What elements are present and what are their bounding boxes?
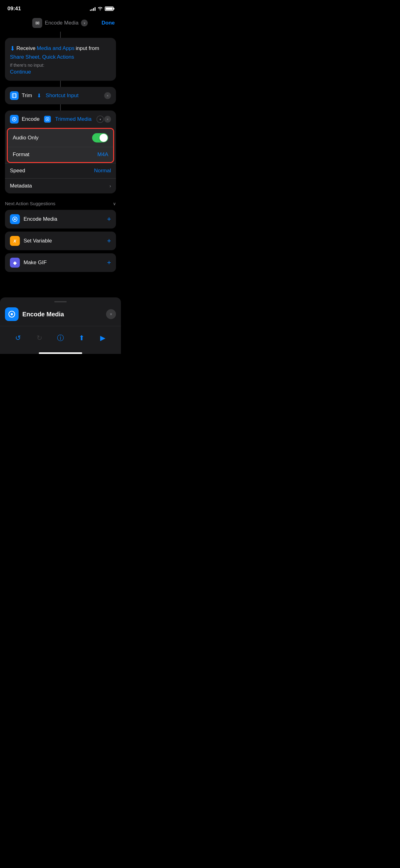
status-time: 09:41 — [7, 6, 21, 12]
svg-point-6 — [47, 119, 48, 120]
make-gif-add-button[interactable]: + — [107, 258, 111, 267]
speed-row[interactable]: Speed Normal — [5, 163, 116, 178]
connector-line — [60, 32, 61, 38]
audio-only-toggle[interactable] — [92, 133, 108, 143]
svg-point-8 — [14, 218, 15, 220]
receive-input-from: input from — [76, 44, 99, 53]
nav-icon-wrapper: ✉ — [32, 18, 42, 28]
suggestion-set-variable[interactable]: x Set Variable + — [5, 231, 116, 250]
bottom-sheet: Encode Media × ↺ ↻ ⓘ ⬆ ▶ — [0, 298, 121, 354]
trim-icon-small: ⬇ — [37, 93, 41, 99]
undo-button[interactable]: ↺ — [11, 331, 25, 345]
done-button[interactable]: Done — [102, 20, 115, 26]
encode-media-suggestion-icon — [10, 214, 20, 224]
suggestion-left-gif: ◆ Make GIF — [10, 258, 47, 268]
encode-media-label[interactable]: Trimmed Media — [55, 116, 92, 122]
svg-point-10 — [10, 313, 13, 315]
encode-icon — [10, 115, 19, 124]
svg-rect-0 — [12, 94, 16, 98]
encode-action-label: Encode — [22, 116, 40, 122]
audio-only-row: Audio Only — [8, 129, 113, 147]
nav-chevron-icon[interactable]: ▾ — [81, 20, 88, 26]
trim-close-button[interactable]: × — [104, 92, 111, 99]
signal-icon — [90, 6, 96, 11]
battery-icon — [105, 6, 113, 11]
sheet-header: Encode Media × — [0, 307, 121, 326]
info-button[interactable]: ⓘ — [54, 331, 67, 345]
receive-input-type[interactable]: Media and Apps — [37, 44, 74, 53]
suggestion-make-gif[interactable]: ◆ Make GIF + — [5, 253, 116, 272]
speed-label: Speed — [10, 168, 25, 174]
status-bar: 09:41 — [0, 0, 121, 16]
format-value: M4A — [97, 152, 108, 158]
trim-input-label[interactable]: Shortcut Input — [45, 93, 78, 99]
suggestions-header: Next Action Suggestions ∨ — [5, 201, 116, 206]
make-gif-suggestion-icon: ◆ — [10, 258, 20, 268]
encode-chevron-icon[interactable]: ▾ — [96, 116, 104, 123]
wifi-icon — [97, 6, 103, 11]
receive-row: ⬇ Receive Media and Apps input from — [10, 43, 111, 53]
sheet-drag-handle[interactable] — [54, 301, 67, 302]
metadata-chevron-icon: › — [109, 183, 111, 188]
trim-title: Trim — [22, 93, 32, 99]
sheet-header-left: Encode Media — [5, 307, 64, 321]
toggle-thumb — [100, 134, 108, 142]
suggestion-encode-media[interactable]: Encode Media + — [5, 210, 116, 228]
suggestions-chevron-icon[interactable]: ∨ — [113, 201, 116, 206]
metadata-label: Metadata — [10, 183, 32, 189]
receive-action-label: Receive — [16, 44, 35, 53]
encode-header-left: Encode Trimmed Media ▾ — [10, 115, 104, 124]
connector-line-3 — [60, 104, 61, 111]
make-gif-suggestion-label: Make GIF — [24, 259, 47, 266]
continue-link[interactable]: Continue — [10, 69, 111, 75]
metadata-row[interactable]: Metadata › — [5, 178, 116, 193]
encode-header-right: × — [104, 116, 111, 123]
suggestion-left-encode: Encode Media — [10, 214, 57, 224]
encode-close-button[interactable]: × — [104, 116, 111, 123]
encode-media-nav-icon: ✉ — [35, 20, 39, 26]
nav-title-text: Encode Media — [45, 20, 78, 26]
svg-point-4 — [14, 119, 15, 120]
encode-media-suggestion-label: Encode Media — [24, 216, 57, 222]
trim-card-left: Trim ⬇ Shortcut Input — [10, 91, 78, 100]
highlighted-section: Audio Only Format M4A — [7, 128, 114, 163]
speed-value: Normal — [94, 168, 111, 174]
receive-icon: ⬇ — [10, 43, 15, 53]
set-variable-suggestion-label: Set Variable — [24, 238, 52, 244]
spacer — [0, 275, 121, 287]
receive-source[interactable]: Share Sheet, Quick Actions — [10, 54, 74, 60]
redo-button[interactable]: ↻ — [33, 331, 46, 345]
share-button[interactable]: ⬆ — [75, 331, 88, 345]
main-content: ⬇ Receive Media and Apps input from Shar… — [0, 38, 121, 193]
encode-media-add-button[interactable]: + — [107, 215, 111, 223]
encode-header: Encode Trimmed Media ▾ × — [5, 111, 116, 128]
play-button[interactable]: ▶ — [96, 331, 110, 345]
sheet-close-button[interactable]: × — [106, 309, 116, 319]
suggestion-left-variable: x Set Variable — [10, 236, 52, 246]
sheet-encode-icon — [5, 307, 19, 321]
connector-line-2 — [60, 81, 61, 87]
metadata-right: › — [109, 183, 111, 188]
receive-card: ⬇ Receive Media and Apps input from Shar… — [5, 38, 116, 81]
encode-media-icon — [44, 116, 51, 123]
nav-bar: ✉ Encode Media ▾ Done — [0, 16, 121, 32]
suggestions-title: Next Action Suggestions — [5, 201, 56, 206]
no-input-label: If there's no input: — [10, 63, 111, 68]
audio-only-label: Audio Only — [13, 135, 38, 141]
home-indicator — [39, 352, 82, 354]
format-label: Format — [13, 152, 29, 158]
set-variable-add-button[interactable]: + — [107, 237, 111, 245]
trim-card: Trim ⬇ Shortcut Input × — [5, 87, 116, 104]
sheet-toolbar: ↺ ↻ ⓘ ⬆ ▶ — [0, 326, 121, 350]
suggestions-section: Next Action Suggestions ∨ Encode Media +… — [0, 201, 121, 272]
nav-title-group[interactable]: ✉ Encode Media ▾ — [32, 18, 88, 28]
set-variable-suggestion-icon: x — [10, 236, 20, 246]
sheet-title: Encode Media — [22, 311, 64, 318]
encode-card: Encode Trimmed Media ▾ × — [5, 111, 116, 193]
trim-icon — [10, 91, 19, 100]
status-icons — [90, 6, 113, 11]
speed-right: Normal — [94, 168, 111, 174]
format-row[interactable]: Format M4A — [8, 147, 113, 162]
